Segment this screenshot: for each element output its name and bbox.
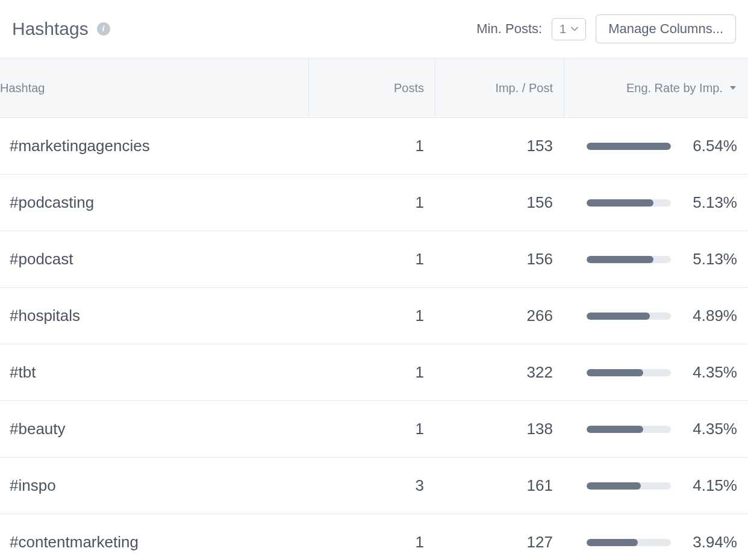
cell-hashtag: #hospitals xyxy=(0,306,308,325)
min-posts-label: Min. Posts: xyxy=(476,21,542,37)
cell-hashtag: #podcasting xyxy=(0,193,308,212)
cell-posts: 1 xyxy=(308,193,435,212)
cell-posts: 1 xyxy=(308,250,435,269)
cell-hashtag: #inspo xyxy=(0,476,308,495)
cell-eng-rate: 4.35% xyxy=(564,363,748,382)
header-left: Hashtags i xyxy=(12,19,110,39)
table-row[interactable]: #podcast11565.13% xyxy=(0,231,748,288)
cell-imp-per-post: 156 xyxy=(435,250,564,269)
eng-rate-value: 4.35% xyxy=(683,420,737,438)
eng-rate-value: 3.94% xyxy=(683,533,737,552)
table-row[interactable]: #tbt13224.35% xyxy=(0,344,748,401)
cell-hashtag: #marketingagencies xyxy=(0,137,308,155)
cell-hashtag: #tbt xyxy=(0,363,308,382)
table-row[interactable]: #contentmarketing11273.94% xyxy=(0,514,748,560)
eng-rate-bar-fill xyxy=(587,426,643,433)
cell-posts: 1 xyxy=(308,137,435,155)
column-header-eng-rate-label: Eng. Rate by Imp. xyxy=(626,81,723,95)
eng-rate-bar xyxy=(587,199,671,207)
cell-eng-rate: 4.89% xyxy=(564,306,748,325)
eng-rate-bar-fill xyxy=(587,199,653,207)
eng-rate-value: 4.15% xyxy=(683,476,737,495)
eng-rate-bar-fill xyxy=(587,369,643,376)
cell-posts: 1 xyxy=(308,420,435,438)
cell-imp-per-post: 161 xyxy=(435,476,564,495)
table-row[interactable]: #inspo31614.15% xyxy=(0,458,748,514)
chevron-down-icon xyxy=(571,26,578,31)
eng-rate-value: 6.54% xyxy=(683,137,737,155)
cell-eng-rate: 4.35% xyxy=(564,420,748,438)
column-header-imp[interactable]: Imp. / Post xyxy=(435,58,564,117)
eng-rate-value: 5.13% xyxy=(683,193,737,212)
eng-rate-bar xyxy=(587,256,671,263)
eng-rate-bar xyxy=(587,482,671,490)
cell-posts: 1 xyxy=(308,363,435,382)
table-row[interactable]: #beauty11384.35% xyxy=(0,401,748,458)
cell-imp-per-post: 127 xyxy=(435,533,564,552)
cell-imp-per-post: 266 xyxy=(435,306,564,325)
eng-rate-bar xyxy=(587,143,671,150)
page-title: Hashtags xyxy=(12,19,89,39)
cell-eng-rate: 4.15% xyxy=(564,476,748,495)
min-posts-select[interactable]: 1 xyxy=(552,18,586,40)
info-icon[interactable]: i xyxy=(97,22,110,36)
cell-hashtag: #contentmarketing xyxy=(0,533,308,552)
table-row[interactable]: #hospitals12664.89% xyxy=(0,288,748,344)
table-row[interactable]: #podcasting11565.13% xyxy=(0,175,748,231)
eng-rate-bar-fill xyxy=(587,539,638,546)
cell-eng-rate: 5.13% xyxy=(564,250,748,269)
caret-down-icon xyxy=(729,85,737,91)
panel-header: Hashtags i Min. Posts: 1 Manage Columns.… xyxy=(0,0,748,58)
cell-imp-per-post: 138 xyxy=(435,420,564,438)
eng-rate-value: 4.89% xyxy=(683,306,737,325)
eng-rate-bar-fill xyxy=(587,482,641,490)
table-body: #marketingagencies11536.54%#podcasting11… xyxy=(0,118,748,560)
cell-posts: 3 xyxy=(308,476,435,495)
column-header-hashtag[interactable]: Hashtag xyxy=(0,81,308,95)
cell-hashtag: #podcast xyxy=(0,250,308,269)
eng-rate-bar xyxy=(587,539,671,546)
manage-columns-button[interactable]: Manage Columns... xyxy=(596,14,736,43)
column-header-eng-rate[interactable]: Eng. Rate by Imp. xyxy=(564,58,748,117)
table-row[interactable]: #marketingagencies11536.54% xyxy=(0,118,748,175)
min-posts-value: 1 xyxy=(559,22,566,36)
cell-eng-rate: 3.94% xyxy=(564,533,748,552)
table-header: Hashtag Posts Imp. / Post Eng. Rate by I… xyxy=(0,58,748,118)
cell-imp-per-post: 322 xyxy=(435,363,564,382)
cell-posts: 1 xyxy=(308,306,435,325)
eng-rate-value: 4.35% xyxy=(683,363,737,382)
cell-imp-per-post: 153 xyxy=(435,137,564,155)
cell-posts: 1 xyxy=(308,533,435,552)
eng-rate-bar xyxy=(587,313,671,320)
header-right: Min. Posts: 1 Manage Columns... xyxy=(476,14,736,43)
eng-rate-bar-fill xyxy=(587,256,653,263)
eng-rate-bar xyxy=(587,369,671,376)
cell-hashtag: #beauty xyxy=(0,420,308,438)
column-header-posts[interactable]: Posts xyxy=(308,58,435,117)
eng-rate-bar-fill xyxy=(587,143,671,150)
cell-eng-rate: 5.13% xyxy=(564,193,748,212)
eng-rate-value: 5.13% xyxy=(683,250,737,269)
eng-rate-bar xyxy=(587,426,671,433)
cell-eng-rate: 6.54% xyxy=(564,137,748,155)
eng-rate-bar-fill xyxy=(587,313,650,320)
cell-imp-per-post: 156 xyxy=(435,193,564,212)
